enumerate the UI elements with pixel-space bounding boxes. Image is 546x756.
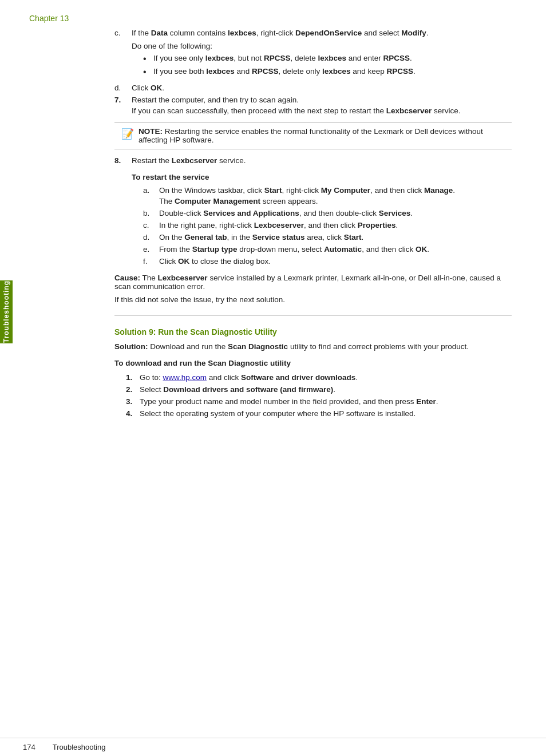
sub-step-c: c. In the right pane, right-click Lexbce… (143, 221, 512, 229)
sub-e-label: e. (143, 245, 159, 254)
divider-1 (114, 315, 512, 316)
step-7-line1: Restart the computer, and then try to sc… (132, 96, 512, 104)
step-7: 7. Restart the computer, and then try to… (114, 96, 512, 115)
step-d: d. Click OK. (114, 84, 512, 92)
bullet-item-2: • If you see both lexbces and RPCSS, del… (143, 67, 512, 77)
bullet-list-c: • If you see only lexbces, but not RPCSS… (143, 54, 512, 77)
footer: 174 Troubleshooting (0, 738, 546, 756)
sub-a-label: a. (143, 186, 159, 205)
sub-f-label: f. (143, 257, 159, 266)
bullet-text-1: If you see only lexbces, but not RPCSS, … (153, 54, 412, 64)
numbered-list: 1. Go to: www.hp.com and click Software … (126, 373, 512, 418)
step-8-label: 8. (114, 156, 132, 165)
sub-step-b: b. Double-click Services and Application… (143, 209, 512, 217)
note-text: NOTE: Restarting the service enables the… (139, 127, 505, 144)
step-8-content: Restart the Lexbcserver service. (132, 156, 512, 165)
sub-e-content: From the Startup type drop-down menu, se… (159, 245, 512, 254)
sub-f-content: Click OK to close the dialog box. (159, 257, 512, 266)
num-1-label: 1. (126, 373, 140, 382)
sub-b-label: b. (143, 209, 159, 217)
step-c-label: c. (114, 29, 132, 80)
num-item-4: 4. Select the operating system of your c… (126, 409, 512, 418)
solution-9-heading: Solution 9: Run the Scan Diagnostic Util… (114, 327, 512, 337)
num-4-content: Select the operating system of your comp… (140, 409, 512, 418)
num-2-label: 2. (126, 385, 140, 394)
sub-c-content: In the right pane, right-click Lexbceser… (159, 221, 512, 229)
step-c: c. If the Data column contains lexbces, … (114, 29, 512, 80)
bullet-dot-1: • (143, 54, 153, 64)
to-restart-section: To restart the service a. On the Windows… (132, 173, 512, 266)
if-not-solve: If this did not solve the issue, try the… (114, 295, 512, 304)
www-hp-com-link[interactable]: www.hp.com (163, 373, 207, 382)
num-1-content: Go to: www.hp.com and click Software and… (140, 373, 512, 382)
sub-d-content: On the General tab, in the Service statu… (159, 233, 512, 242)
cause-section: Cause: The Lexbceserver service installe… (114, 274, 512, 304)
step-d-label: d. (114, 84, 132, 92)
footer-page-number: 174 (23, 743, 35, 751)
bullet-item-1: • If you see only lexbces, but not RPCSS… (143, 54, 512, 64)
do-following: Do one of the following: (132, 42, 512, 50)
num-3-label: 3. (126, 397, 140, 406)
num-4-label: 4. (126, 409, 140, 418)
sub-c-label: c. (143, 221, 159, 229)
cause-text: Cause: The Lexbceserver service installe… (114, 274, 512, 291)
to-download-label: To download and run the Scan Diagnostic … (114, 359, 512, 367)
sub-step-d: d. On the General tab, in the Service st… (143, 233, 512, 242)
step-d-text: Click OK. (132, 84, 164, 92)
num-3-content: Type your product name and model number … (140, 397, 512, 406)
screen-appears: The Computer Management screen appears. (159, 197, 512, 205)
bullet-text-2: If you see both lexbces and RPCSS, delet… (153, 67, 416, 77)
num-item-3: 3. Type your product name and model numb… (126, 397, 512, 406)
solution-9-section: Solution 9: Run the Scan Diagnostic Util… (114, 327, 512, 418)
to-download-heading: To download and run the Scan Diagnostic … (114, 359, 512, 418)
step-7-content: Restart the computer, and then try to sc… (132, 96, 512, 115)
footer-section-label: Troubleshooting (53, 743, 106, 751)
step-c-content: If the Data column contains lexbces, rig… (132, 29, 512, 80)
step-c-text: If the Data column contains lexbces, rig… (132, 29, 429, 37)
chapter-label: Chapter 13 (29, 14, 69, 23)
main-content: c. If the Data column contains lexbces, … (114, 29, 512, 456)
sub-step-e: e. From the Startup type drop-down menu,… (143, 245, 512, 254)
bullet-dot-2: • (143, 67, 153, 77)
sub-step-f: f. Click OK to close the dialog box. (143, 257, 512, 266)
solution-9-body: Solution: Download and run the Scan Diag… (114, 342, 512, 351)
sub-a-content: On the Windows taskbar, click Start, rig… (159, 186, 512, 205)
sub-steps: a. On the Windows taskbar, click Start, … (143, 186, 512, 266)
num-item-2: 2. Select Download drivers and software … (126, 385, 512, 394)
step-d-content: Click OK. (132, 84, 512, 92)
sub-d-label: d. (143, 233, 159, 242)
to-restart-heading: To restart the service (132, 173, 512, 181)
sub-step-a: a. On the Windows taskbar, click Start, … (143, 186, 512, 205)
num-2-content: Select Download drivers and software (an… (140, 385, 512, 394)
num-item-1: 1. Go to: www.hp.com and click Software … (126, 373, 512, 382)
side-tab-troubleshooting: Troubleshooting (0, 280, 13, 343)
step-7-line2: If you can scan successfully, then proce… (132, 106, 512, 115)
step-8: 8. Restart the Lexbcserver service. (114, 156, 512, 165)
sub-b-content: Double-click Services and Applications, … (159, 209, 512, 217)
step-7-label: 7. (114, 96, 132, 115)
note-box: 📝 NOTE: Restarting the service enables t… (114, 122, 512, 149)
note-icon: 📝 (121, 128, 134, 140)
